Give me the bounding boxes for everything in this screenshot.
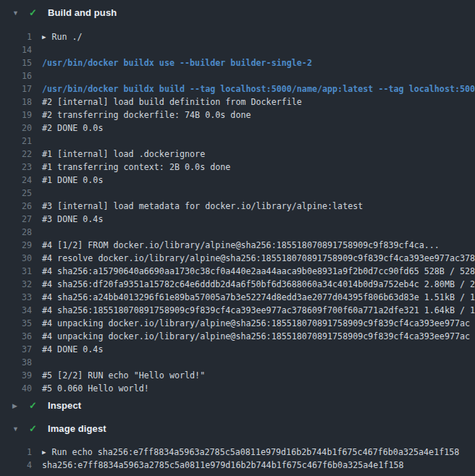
line-content: #4 sha256:a24bb4013296f61e89ba57005a7b3e… [32, 291, 475, 304]
line-number[interactable]: 14 [0, 43, 32, 56]
log-line: 40 #5 0.060 Hello world! [0, 382, 475, 395]
line-number[interactable]: 33 [0, 291, 32, 304]
line-content: sha256:e7ff8834a5963a2785c5a0811e979d16b… [32, 459, 404, 472]
log-line: 38 [0, 356, 475, 369]
line-number[interactable]: 19 [0, 109, 32, 122]
line-content: #1 [internal] load .dockerignore [32, 148, 205, 161]
log-line: 28 [0, 226, 475, 239]
line-number[interactable]: 21 [0, 135, 32, 148]
log-line: 19 #2 transferring dockerfile: 74B 0.0s … [0, 109, 475, 122]
line-content: #4 resolve docker.io/library/alpine@sha2… [32, 252, 475, 265]
line-number[interactable]: 39 [0, 369, 32, 382]
line-content: Using builder instance builder-single-2 [32, 43, 240, 56]
log-line: 21 [0, 135, 475, 148]
log-line: 36 #4 unpacking docker.io/library/alpine… [0, 330, 475, 343]
section-title: Inspect [48, 399, 81, 412]
line-content: #4 sha256:df20fa9351a15782c64e6dddb2d4a6… [32, 278, 475, 291]
line-number[interactable]: 30 [0, 252, 32, 265]
line-number[interactable]: 29 [0, 239, 32, 252]
line-number[interactable]: 31 [0, 265, 32, 278]
log-line: 26 #3 [internal] load metadata for docke… [0, 200, 475, 213]
line-number[interactable]: 17 [0, 82, 32, 95]
log-line: 34 #4 sha256:185518070891758909c9f839cf4… [0, 304, 475, 317]
line-content: #2 DONE 0.0s [32, 122, 103, 135]
line-number[interactable]: 16 [0, 69, 32, 82]
line-content: Starting build... [32, 69, 129, 82]
log-line: 30 #4 resolve docker.io/library/alpine@s… [0, 252, 475, 265]
line-number[interactable]: 1 [0, 30, 32, 43]
log-line: 4 sha256:e7ff8834a5963a2785c5a0811e979d1… [0, 459, 475, 472]
log-line: 39 #5 [2/2] RUN echo "Hello world!" [0, 369, 475, 382]
line-content [32, 226, 42, 239]
line-number[interactable]: 40 [0, 382, 32, 395]
log-line: 14 Using builder instance builder-single… [0, 43, 475, 56]
line-content: /usr/bin/docker buildx use --builder bui… [32, 56, 312, 69]
line-content: ▶Run echo sha256:e7ff8834a5963a2785c5a08… [32, 446, 459, 459]
line-number[interactable]: 37 [0, 343, 32, 356]
line-number[interactable]: 1 [0, 446, 32, 459]
section-title: Build and push [48, 7, 117, 20]
line-content [32, 356, 42, 369]
collapse-chevron-icon[interactable]: ▼ [12, 422, 21, 435]
line-number[interactable]: 24 [0, 174, 32, 187]
line-content: #4 sha256:185518070891758909c9f839cf4ca3… [32, 304, 475, 317]
log-line: 27 #3 DONE 0.4s [0, 213, 475, 226]
line-content [32, 135, 42, 148]
line-number[interactable]: 20 [0, 122, 32, 135]
play-icon[interactable]: ▶ [42, 446, 46, 459]
log-line: 17 /usr/bin/docker buildx build --tag lo… [0, 82, 475, 95]
line-content: #4 DONE 0.4s [32, 343, 103, 356]
section-header-build-and-push[interactable]: ▼ ✓ Build and push [0, 7, 475, 20]
log-line: 1 ▶Run ./ [0, 30, 475, 43]
line-content: #1 DONE 0.0s [32, 174, 103, 187]
section-header-image-digest[interactable]: ▼ ✓ Image digest [0, 422, 475, 435]
line-number[interactable]: 15 [0, 56, 32, 69]
log-line: 1 ▶Run echo sha256:e7ff8834a5963a2785c5a… [0, 446, 475, 459]
line-number[interactable]: 38 [0, 356, 32, 369]
line-content: /usr/bin/docker buildx build --tag local… [32, 82, 475, 95]
log-line: 15 /usr/bin/docker buildx use --builder … [0, 56, 475, 69]
line-number[interactable]: 25 [0, 187, 32, 200]
line-number[interactable]: 4 [0, 459, 32, 472]
log-line: 23 #1 transferring context: 2B 0.0s done [0, 161, 475, 174]
log-line: 24 #1 DONE 0.0s [0, 174, 475, 187]
line-number[interactable]: 36 [0, 330, 32, 343]
collapse-chevron-icon[interactable]: ▼ [12, 7, 21, 20]
line-number[interactable]: 32 [0, 278, 32, 291]
line-content: #4 sha256:a15790640a6690aa1730c38cf0a440… [32, 265, 475, 278]
log-line: 32 #4 sha256:df20fa9351a15782c64e6dddb2d… [0, 278, 475, 291]
log-line: 37 #4 DONE 0.4s [0, 343, 475, 356]
log-line: 18 #2 [internal] load build definition f… [0, 95, 475, 109]
log-line: 33 #4 sha256:a24bb4013296f61e89ba57005a7… [0, 291, 475, 304]
line-content: #5 [2/2] RUN echo "Hello world!" [32, 369, 205, 382]
line-number[interactable]: 28 [0, 226, 32, 239]
line-number[interactable]: 34 [0, 304, 32, 317]
line-content: #2 transferring dockerfile: 74B 0.0s don… [32, 109, 251, 122]
section-log-lines: 1 ▶Run echo sha256:e7ff8834a5963a2785c5a… [0, 446, 475, 472]
collapse-chevron-icon[interactable]: ▶ [12, 399, 21, 412]
play-icon[interactable]: ▶ [42, 30, 46, 43]
line-content: #4 unpacking docker.io/library/alpine@sh… [32, 330, 470, 343]
line-number[interactable]: 27 [0, 213, 32, 226]
line-number[interactable]: 18 [0, 95, 32, 109]
line-content: #3 DONE 0.4s [32, 213, 103, 226]
section-log-lines: 1 ▶Run ./ 14 Using builder instance buil… [0, 30, 475, 395]
line-content: #1 transferring context: 2B 0.0s done [32, 161, 230, 174]
success-check-icon: ✓ [29, 422, 40, 435]
line-content: #2 [internal] load build definition from… [32, 95, 302, 109]
line-content: #4 unpacking docker.io/library/alpine@sh… [32, 317, 470, 330]
line-number[interactable]: 26 [0, 200, 32, 213]
log-line: 31 #4 sha256:a15790640a6690aa1730c38cf0a… [0, 265, 475, 278]
line-number[interactable]: 23 [0, 161, 32, 174]
log-line: 20 #2 DONE 0.0s [0, 122, 475, 135]
line-content [32, 187, 42, 200]
log-line: 22 #1 [internal] load .dockerignore [0, 148, 475, 161]
line-number[interactable]: 35 [0, 317, 32, 330]
line-number[interactable]: 22 [0, 148, 32, 161]
section-header-inspect[interactable]: ▶ ✓ Inspect [0, 399, 475, 412]
section-title: Image digest [48, 422, 106, 435]
success-check-icon: ✓ [29, 399, 40, 412]
line-content: #5 0.060 Hello world! [32, 382, 149, 395]
log-viewer: ▼ ✓ Build and push 1 ▶Run ./ 14 Using bu… [0, 0, 475, 476]
line-content: #3 [internal] load metadata for docker.i… [32, 200, 363, 213]
